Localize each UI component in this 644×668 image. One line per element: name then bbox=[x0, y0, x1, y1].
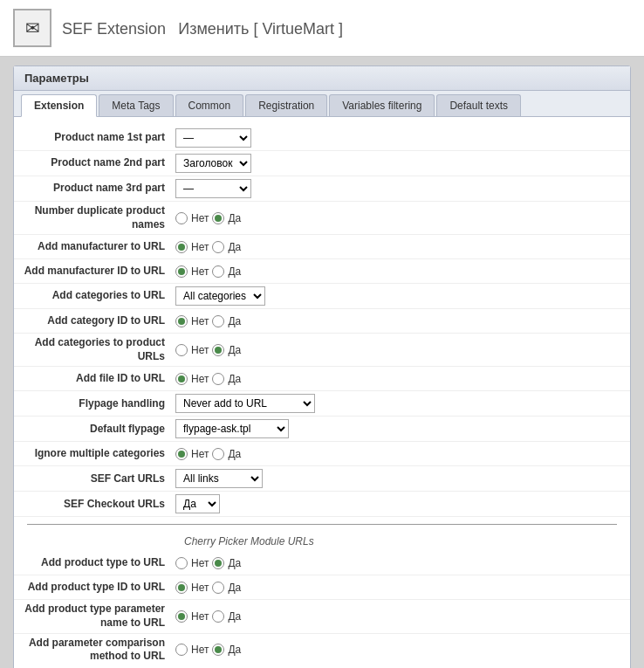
control-add-category-id: Нет Да bbox=[175, 315, 630, 327]
label-add-product-type-url: Add product type to URL bbox=[14, 556, 175, 570]
radio-ptype-url-da[interactable] bbox=[212, 557, 224, 569]
row-add-param-comparison: Add parameter comparison method to URL Н… bbox=[14, 634, 630, 666]
section-divider bbox=[27, 524, 617, 525]
radio-number-dup-net[interactable] bbox=[175, 212, 188, 224]
header: ✉ SEF Extension Изменить [ VirtueMart ] bbox=[0, 0, 644, 57]
row-product-name-3rd: Product name 3rd part — Заголовок Alias bbox=[14, 176, 630, 202]
label-ignore-multiple: Ignore multiple categories bbox=[14, 447, 175, 461]
select-product-name-3rd[interactable]: — Заголовок Alias bbox=[175, 179, 251, 198]
label-add-file-id: Add file ID to URL bbox=[14, 372, 175, 386]
control-number-duplicate: Нет Да bbox=[175, 212, 630, 224]
label-da-5: Да bbox=[228, 344, 241, 356]
control-add-categories-product: Нет Да bbox=[175, 344, 630, 356]
control-add-product-type-param: Нет Да bbox=[175, 610, 630, 623]
tab-variables-filtering[interactable]: Variables filtering bbox=[329, 94, 435, 116]
select-flypage-handling[interactable]: Never add to URL Always add When needed bbox=[175, 394, 315, 413]
label-da-10: Да bbox=[228, 610, 241, 623]
label-da-11: Да bbox=[228, 644, 241, 656]
label-net-3: Нет bbox=[191, 265, 209, 278]
label-flypage-handling: Flypage handling bbox=[14, 397, 175, 411]
tab-registration[interactable]: Registration bbox=[245, 94, 327, 116]
label-da-2: Да bbox=[228, 241, 241, 253]
section-label: Cherry Picker Module URLs bbox=[14, 532, 630, 551]
main-content: Параметры Extension Meta Tags Common Reg… bbox=[0, 57, 644, 668]
label-da-8: Да bbox=[228, 557, 241, 569]
control-add-manufacturer-url: Нет Да bbox=[175, 241, 630, 253]
label-net-5: Нет bbox=[191, 344, 209, 356]
control-add-file-id: Нет Да bbox=[175, 373, 630, 385]
select-default-flypage[interactable]: flypage-ask.tpl flypage.tpl bbox=[175, 419, 289, 438]
control-product-name-1st: — Заголовок Alias bbox=[175, 128, 630, 148]
label-net-9: Нет bbox=[191, 582, 209, 594]
radio-cat-id-da[interactable] bbox=[212, 315, 224, 327]
radio-file-id-da[interactable] bbox=[212, 373, 224, 385]
page-subtitle: Изменить [ VirtueMart ] bbox=[178, 20, 343, 38]
select-sef-checkout-urls[interactable]: Да Нет bbox=[175, 494, 220, 513]
radio-ptype-id-net[interactable] bbox=[175, 582, 188, 594]
radio-param-cmp-net[interactable] bbox=[175, 644, 188, 656]
row-ignore-multiple: Ignore multiple categories Нет Да bbox=[14, 442, 630, 466]
row-sef-cart-urls: SEF Cart URLs All links None Checkout on… bbox=[14, 466, 630, 492]
label-net-8: Нет bbox=[191, 557, 209, 569]
label-da-4: Да bbox=[228, 315, 241, 327]
label-sef-checkout-urls: SEF Checkout URLs bbox=[14, 498, 175, 512]
row-product-name-1st: Product name 1st part — Заголовок Alias bbox=[14, 126, 630, 151]
label-product-name-2nd: Product name 2nd part bbox=[14, 156, 175, 170]
radio-mfr-da[interactable] bbox=[212, 241, 224, 253]
label-da-1: Да bbox=[228, 212, 241, 224]
label-net-4: Нет bbox=[191, 315, 209, 327]
radio-ignore-da[interactable] bbox=[212, 448, 224, 460]
radio-ptype-url-net[interactable] bbox=[175, 557, 188, 569]
label-net-11: Нет bbox=[191, 644, 209, 656]
label-da-7: Да bbox=[228, 448, 241, 460]
control-flypage-handling: Never add to URL Always add When needed bbox=[175, 394, 630, 413]
control-add-product-type-url: Нет Да bbox=[175, 557, 630, 569]
row-number-duplicate: Number duplicate product names Нет Да bbox=[14, 202, 630, 235]
label-add-product-type-param: Add product type parameter name to URL bbox=[14, 603, 175, 630]
radio-mfr-id-da[interactable] bbox=[212, 265, 224, 278]
app-icon: ✉ bbox=[13, 9, 51, 47]
radio-ptype-param-da[interactable] bbox=[212, 610, 224, 623]
select-product-name-2nd[interactable]: — Заголовок Alias bbox=[175, 154, 251, 173]
control-sef-cart-urls: All links None Checkout only bbox=[175, 469, 630, 488]
label-net-1: Нет bbox=[191, 212, 209, 224]
label-sef-cart-urls: SEF Cart URLs bbox=[14, 472, 175, 486]
radio-ptype-param-net[interactable] bbox=[175, 610, 188, 623]
tabs-container: Extension Meta Tags Common Registration … bbox=[14, 91, 630, 117]
radio-param-cmp-da[interactable] bbox=[212, 644, 224, 656]
form-area: Product name 1st part — Заголовок Alias … bbox=[14, 117, 630, 668]
radio-ptype-id-da[interactable] bbox=[212, 582, 224, 594]
select-sef-cart-urls[interactable]: All links None Checkout only bbox=[175, 469, 263, 488]
tab-default-texts[interactable]: Default texts bbox=[436, 94, 521, 116]
control-add-manufacturer-id: Нет Да bbox=[175, 265, 630, 278]
radio-ignore-net[interactable] bbox=[175, 448, 188, 460]
control-sef-checkout-urls: Да Нет bbox=[175, 494, 630, 513]
row-add-product-type-url: Add product type to URL Нет Да bbox=[14, 551, 630, 575]
radio-mfr-id-net[interactable] bbox=[175, 265, 188, 278]
label-net-7: Нет bbox=[191, 448, 209, 460]
label-product-name-1st: Product name 1st part bbox=[14, 131, 175, 145]
row-default-flypage: Default flypage flypage-ask.tpl flypage.… bbox=[14, 417, 630, 442]
control-add-product-type-id: Нет Да bbox=[175, 582, 630, 594]
radio-mfr-net[interactable] bbox=[175, 241, 188, 253]
tab-extension[interactable]: Extension bbox=[21, 94, 97, 117]
control-add-categories-url: All categories None First only bbox=[175, 286, 630, 306]
row-sef-checkout-urls: SEF Checkout URLs Да Нет bbox=[14, 492, 630, 517]
tab-meta-tags[interactable]: Meta Tags bbox=[99, 94, 173, 116]
row-flypage-handling: Flypage handling Never add to URL Always… bbox=[14, 391, 630, 417]
tab-common[interactable]: Common bbox=[175, 94, 244, 116]
row-add-categories-product: Add categories to product URLs Нет Да bbox=[14, 334, 630, 367]
label-net-10: Нет bbox=[191, 610, 209, 623]
label-product-name-3rd: Product name 3rd part bbox=[14, 182, 175, 196]
select-product-name-1st[interactable]: — Заголовок Alias bbox=[175, 128, 251, 148]
radio-number-dup-da[interactable] bbox=[212, 212, 224, 224]
radio-cat-prod-da[interactable] bbox=[212, 344, 224, 356]
label-add-product-type-id: Add product type ID to URL bbox=[14, 581, 175, 595]
label-add-category-id: Add category ID to URL bbox=[14, 314, 175, 328]
label-number-duplicate: Number duplicate product names bbox=[14, 204, 175, 231]
control-product-name-2nd: — Заголовок Alias bbox=[175, 154, 630, 173]
radio-cat-id-net[interactable] bbox=[175, 315, 188, 327]
select-add-categories-url[interactable]: All categories None First only bbox=[175, 286, 265, 306]
radio-file-id-net[interactable] bbox=[175, 373, 188, 385]
radio-cat-prod-net[interactable] bbox=[175, 344, 188, 356]
